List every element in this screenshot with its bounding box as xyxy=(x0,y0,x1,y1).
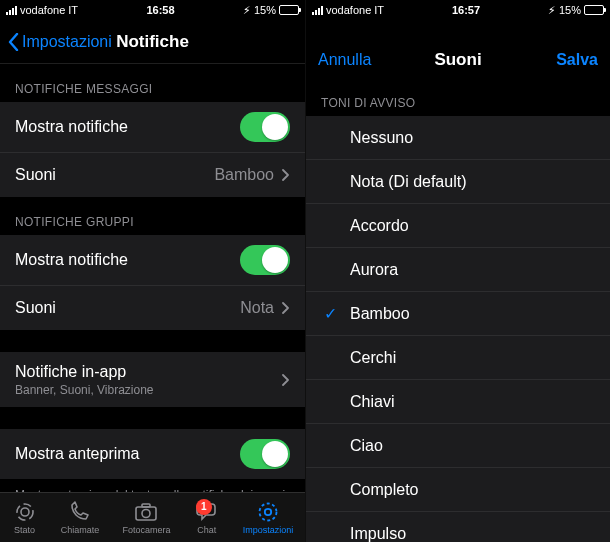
row-message-sounds[interactable]: Suoni Bamboo xyxy=(0,153,305,197)
sound-option[interactable]: Impulso xyxy=(306,512,610,542)
row-label: Mostra notifiche xyxy=(15,118,128,136)
page-title: Suoni xyxy=(434,50,481,70)
sound-option-label: Nota (Di default) xyxy=(350,173,467,191)
chat-badge: 1 xyxy=(196,499,212,515)
chevron-left-icon xyxy=(8,33,19,51)
status-time: 16:57 xyxy=(452,4,480,16)
right-phone: vodafone IT 16:57 ⚡︎ 15% Annulla Suoni S… xyxy=(305,0,610,542)
status-bar: vodafone IT 16:57 ⚡︎ 15% xyxy=(306,0,610,20)
sound-option[interactable]: Completo xyxy=(306,468,610,512)
camera-icon xyxy=(133,501,159,523)
carrier-label: vodafone IT xyxy=(20,4,78,16)
toggle-show-messages[interactable] xyxy=(240,112,290,142)
svg-rect-4 xyxy=(142,504,150,507)
sound-option-label: Completo xyxy=(350,481,418,499)
status-bar: vodafone IT 16:58 ⚡︎ 15% xyxy=(0,0,305,20)
battery-icon xyxy=(584,5,604,15)
row-label: Mostra notifiche xyxy=(15,251,128,269)
tab-calls[interactable]: Chiamate xyxy=(61,501,100,535)
sound-option-label: Impulso xyxy=(350,525,406,543)
tab-label: Chat xyxy=(197,525,216,535)
row-label: Notifiche in-app xyxy=(15,362,154,381)
chevron-right-icon xyxy=(282,302,290,314)
svg-point-3 xyxy=(142,509,150,517)
save-label: Salva xyxy=(556,51,598,69)
row-label: Mostra anteprima xyxy=(15,445,140,463)
battery-icon-lightning: ⚡︎ xyxy=(548,4,556,17)
preview-footer-note: Mostra anteprima del testo nelle notific… xyxy=(0,479,305,492)
sound-list: NessunoNota (Di default)AccordoAurora✓Ba… xyxy=(306,116,610,542)
battery-icon xyxy=(279,5,299,15)
sound-option[interactable]: Cerchi xyxy=(306,336,610,380)
back-button[interactable]: Impostazioni xyxy=(8,20,112,64)
nav-bar: Impostazioni Notifiche xyxy=(0,20,305,64)
svg-point-5 xyxy=(265,508,271,514)
row-label: Suoni xyxy=(15,166,56,184)
battery-icon-lightning: ⚡︎ xyxy=(243,4,251,17)
sound-option-label: Cerchi xyxy=(350,349,396,367)
row-label: Suoni xyxy=(15,299,56,317)
sound-option-label: Bamboo xyxy=(350,305,410,323)
row-show-preview[interactable]: Mostra anteprima xyxy=(0,429,305,479)
sound-option-label: Nessuno xyxy=(350,129,413,147)
tab-camera[interactable]: Fotocamera xyxy=(122,501,170,535)
toggle-show-groups[interactable] xyxy=(240,245,290,275)
row-in-app-notifications[interactable]: Notifiche in-app Banner, Suoni, Vibrazio… xyxy=(0,352,305,407)
chevron-right-icon xyxy=(282,169,290,181)
row-value: Nota xyxy=(240,299,274,317)
battery-pct: 15% xyxy=(559,4,581,16)
back-label: Impostazioni xyxy=(22,33,112,51)
section-header-tones: TONI DI AVVISO xyxy=(306,82,610,116)
gear-icon xyxy=(255,501,281,523)
tab-label: Stato xyxy=(14,525,35,535)
sound-option[interactable]: Accordo xyxy=(306,204,610,248)
sound-option[interactable]: Chiavi xyxy=(306,380,610,424)
carrier-label: vodafone IT xyxy=(326,4,384,16)
tab-status[interactable]: Stato xyxy=(12,501,38,535)
tab-settings[interactable]: Impostazioni xyxy=(243,501,294,535)
toggle-show-preview[interactable] xyxy=(240,439,290,469)
sound-option-label: Chiavi xyxy=(350,393,394,411)
cancel-button[interactable]: Annulla xyxy=(318,38,371,82)
tab-label: Impostazioni xyxy=(243,525,294,535)
signal-icon xyxy=(312,5,323,15)
sound-option-label: Ciao xyxy=(350,437,383,455)
row-sublabel: Banner, Suoni, Vibrazione xyxy=(15,383,154,397)
sound-option[interactable]: ✓Bamboo xyxy=(306,292,610,336)
section-header-messages: NOTIFICHE MESSAGGI xyxy=(0,64,305,102)
sound-option[interactable]: Aurora xyxy=(306,248,610,292)
phone-icon xyxy=(67,501,93,523)
svg-point-0 xyxy=(21,508,29,516)
cancel-label: Annulla xyxy=(318,51,371,69)
sound-option[interactable]: Nota (Di default) xyxy=(306,160,610,204)
signal-icon xyxy=(6,5,17,15)
row-value: Bamboo xyxy=(214,166,274,184)
chevron-right-icon xyxy=(282,374,290,386)
tab-chats[interactable]: 1 Chat xyxy=(194,501,220,535)
status-time: 16:58 xyxy=(146,4,174,16)
battery-pct: 15% xyxy=(254,4,276,16)
sound-option[interactable]: Nessuno xyxy=(306,116,610,160)
row-show-message-notifications[interactable]: Mostra notifiche xyxy=(0,102,305,153)
tab-bar: Stato Chiamate Fotocamera 1 Chat Imposta… xyxy=(0,492,305,542)
save-button[interactable]: Salva xyxy=(556,38,598,82)
content-scroll[interactable]: TONI DI AVVISO NessunoNota (Di default)A… xyxy=(306,82,610,542)
status-icon xyxy=(12,501,38,523)
svg-point-1 xyxy=(17,504,33,520)
checkmark-icon: ✓ xyxy=(321,304,339,323)
tab-label: Fotocamera xyxy=(122,525,170,535)
page-title: Notifiche xyxy=(116,32,189,52)
sound-option-label: Aurora xyxy=(350,261,398,279)
content-scroll[interactable]: NOTIFICHE MESSAGGI Mostra notifiche Suon… xyxy=(0,64,305,492)
svg-point-6 xyxy=(260,503,277,520)
tab-label: Chiamate xyxy=(61,525,100,535)
row-group-sounds[interactable]: Suoni Nota xyxy=(0,286,305,330)
section-header-groups: NOTIFICHE GRUPPI xyxy=(0,197,305,235)
sound-option[interactable]: Ciao xyxy=(306,424,610,468)
sound-option-label: Accordo xyxy=(350,217,409,235)
modal-nav-bar: Annulla Suoni Salva xyxy=(306,38,610,82)
row-show-group-notifications[interactable]: Mostra notifiche xyxy=(0,235,305,286)
left-phone: vodafone IT 16:58 ⚡︎ 15% Impostazioni No… xyxy=(0,0,305,542)
